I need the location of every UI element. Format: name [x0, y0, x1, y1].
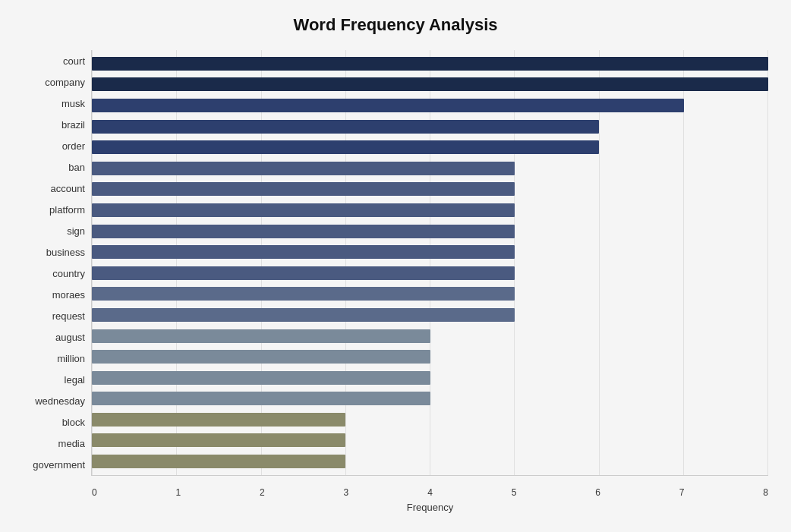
y-label: sign — [67, 226, 85, 236]
bar — [92, 266, 515, 280]
x-tick: 2 — [260, 487, 265, 498]
bar — [92, 245, 515, 259]
bar-row — [92, 390, 768, 407]
y-label: company — [45, 77, 85, 87]
y-label: ban — [68, 162, 85, 172]
bar — [92, 140, 599, 154]
bar-row — [92, 139, 768, 156]
y-label: order — [62, 141, 85, 151]
bar-row — [92, 328, 768, 345]
y-label: media — [58, 439, 85, 449]
bar-row — [92, 244, 768, 260]
y-label: platform — [49, 205, 85, 215]
y-label: country — [52, 269, 85, 279]
bar — [92, 225, 515, 238]
x-tick: 5 — [512, 487, 517, 498]
bar — [92, 77, 768, 91]
bar-row — [92, 370, 768, 386]
bar — [92, 392, 430, 405]
x-tick: 3 — [344, 487, 349, 498]
bar-row — [92, 411, 768, 428]
y-label: million — [57, 354, 85, 364]
y-label: brazil — [61, 120, 85, 130]
bars-container — [92, 50, 768, 475]
plot-area: 012345678 Frequency — [91, 50, 768, 476]
y-label: moraes — [52, 290, 85, 300]
bar-row — [92, 348, 768, 365]
bar-row — [92, 307, 768, 323]
bar — [92, 308, 515, 322]
bar — [92, 287, 515, 301]
bar-row — [92, 285, 768, 302]
y-label: account — [50, 184, 85, 194]
bar-row — [92, 55, 768, 72]
bar-row — [92, 76, 768, 93]
x-axis-label: Frequency — [407, 502, 453, 513]
bar-row — [92, 202, 768, 219]
bar — [92, 455, 345, 468]
bar — [92, 203, 515, 217]
y-label: august — [55, 332, 85, 342]
y-label: block — [62, 417, 85, 427]
x-tick: 8 — [763, 487, 768, 498]
bar — [92, 162, 515, 175]
bar — [92, 120, 599, 134]
bar — [92, 413, 345, 427]
x-tick: 1 — [176, 487, 181, 498]
bar-row — [92, 181, 768, 197]
bar — [92, 182, 515, 196]
y-label: government — [33, 460, 85, 470]
bar-row — [92, 265, 768, 282]
bar-row — [92, 118, 768, 135]
bar-row — [92, 432, 768, 449]
x-tick: 0 — [92, 487, 97, 498]
x-axis: 012345678 — [92, 487, 768, 498]
y-label: wednesday — [35, 396, 85, 406]
bar — [92, 57, 768, 71]
chart-title: Word Frequency Analysis — [23, 15, 768, 35]
chart-container: Word Frequency Analysis courtcompanymusk… — [0, 0, 791, 532]
x-tick: 6 — [595, 487, 600, 498]
bar — [92, 99, 684, 112]
bar — [92, 350, 430, 364]
bar-row — [92, 453, 768, 470]
x-tick: 7 — [679, 487, 685, 498]
y-label: request — [52, 311, 85, 321]
chart-area: courtcompanymuskbrazilorderbanaccountpla… — [23, 50, 768, 476]
x-tick: 4 — [427, 487, 433, 498]
y-axis-labels: courtcompanymuskbrazilorderbanaccountpla… — [23, 50, 91, 476]
bar-row — [92, 97, 768, 114]
y-label: legal — [65, 375, 85, 385]
bar — [92, 433, 345, 447]
bar — [92, 371, 430, 385]
y-label: business — [46, 247, 85, 257]
y-label: musk — [61, 99, 85, 109]
bar-row — [92, 223, 768, 240]
y-label: court — [63, 56, 85, 66]
bar-row — [92, 160, 768, 177]
bar — [92, 329, 430, 343]
